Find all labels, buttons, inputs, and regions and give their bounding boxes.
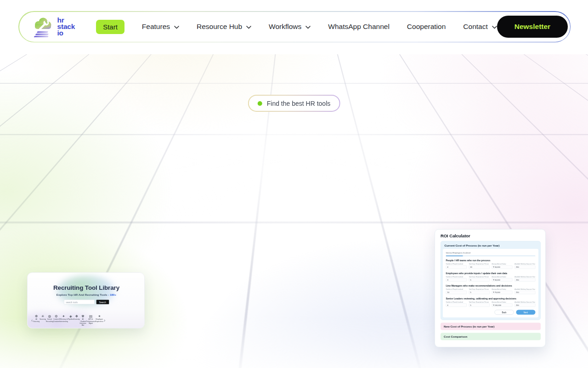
roi-field: Average Annual Salary ₹ 50,000 — [492, 276, 512, 282]
chevron-down-icon — [174, 26, 179, 29]
category-icon: ⚙ — [55, 314, 58, 318]
roi-tab-internal-employees[interactable]: Internal Employees Involved — [446, 251, 536, 256]
chevron-down-icon — [305, 26, 311, 29]
chevron-down-icon — [492, 26, 497, 29]
category-item[interactable]: ✶ Employee Experience — [96, 314, 104, 322]
chevron-down-icon — [246, 26, 251, 29]
newsletter-button[interactable]: Newsletter — [497, 16, 568, 38]
roi-field-label: Total Days Required per Person — [469, 263, 489, 265]
roi-card-title: ROI Calculator — [441, 233, 541, 238]
roi-field-input[interactable]: 5 — [469, 291, 489, 294]
nav-link[interactable]: Workflows — [269, 23, 311, 31]
roi-field: Total Days Required per Person 5 — [469, 288, 489, 294]
nav-link-label: Resource Hub — [197, 23, 242, 31]
roi-field-label: Total Days Required per Person — [469, 301, 489, 303]
start-button[interactable]: Start — [96, 20, 124, 34]
nav-link-label: Workflows — [269, 23, 301, 31]
roi-section: Line Managers who make recommendations a… — [446, 284, 536, 294]
roi-field-label: Average Annual Salary — [492, 263, 512, 265]
category-item[interactable]: ✻ AI Sourcing — [33, 314, 40, 322]
roi-field-label: Number of People Involved — [446, 301, 467, 303]
recruiting-card-title: Recruiting Tool Library — [28, 284, 145, 292]
roi-new-cost-header: New Cost of Process (to run per Year) — [441, 323, 541, 330]
hero-badge-label: Find the best HR tools — [267, 100, 331, 107]
category-item[interactable]: ◍ Social Recruiting — [46, 314, 53, 322]
roi-field-input[interactable]: 5 — [469, 278, 489, 282]
category-icon: ☀ — [41, 314, 45, 318]
category-label: AI Sourcing — [33, 318, 40, 322]
tool-search-button[interactable]: Search — [96, 300, 109, 305]
nav-link[interactable]: Contact — [463, 23, 497, 31]
roi-field-input[interactable]: 4 — [446, 304, 467, 307]
category-item[interactable]: ◈ Pipeline — [68, 314, 74, 320]
roi-field: Number of People Involved 4 — [446, 263, 467, 269]
recruiting-tool-library-card[interactable]: Recruiting Tool Library Explore Top HR A… — [27, 272, 145, 328]
tool-search-input[interactable] — [64, 300, 95, 305]
roi-field-input[interactable]: ₹ 100,000 — [492, 304, 512, 307]
nav-link-label: Contact — [463, 23, 487, 31]
category-label: Pipeline — [68, 318, 74, 320]
roi-field-input[interactable]: ₹ 50,000 — [492, 278, 512, 282]
category-icon: ◍ — [48, 314, 51, 318]
category-label: AI Chatbot Interview Bot — [80, 318, 86, 326]
category-label: ATS & Performance Mgmt — [86, 318, 96, 324]
navbar: hr stack io Start Features Resource Hub — [18, 11, 571, 42]
nav-link-label: Cooperation — [407, 23, 446, 31]
roi-field-input[interactable]: ₹ 70,000 — [492, 291, 512, 294]
roi-back-button[interactable]: Back — [495, 310, 514, 315]
roi-field: Average Annual Salary ₹ 50,000 — [492, 263, 512, 269]
category-item[interactable]: ☀ Sourcing — [40, 314, 46, 320]
category-label: Content Creation — [53, 318, 59, 322]
roi-field: Number of People Involved 4 — [446, 301, 467, 307]
roi-field-input[interactable]: 250 — [514, 265, 535, 269]
roi-current-cost-section: Current Cost of Process (to run per Year… — [441, 241, 541, 320]
roi-section-title: People / HR teams who run the process — [446, 259, 536, 262]
category-icon: ❖ — [75, 314, 78, 318]
roi-field-input[interactable]: ₹ 50,000 — [492, 265, 512, 269]
roi-field-label: Average Annual Salary — [492, 288, 512, 290]
roi-field-input[interactable]: 20 — [469, 265, 489, 269]
category-item[interactable]: ✦ Efficiency & Interviewing — [59, 314, 68, 322]
nav-link-label: WhatsApp Channel — [328, 23, 390, 31]
roi-field-input[interactable]: 4 — [446, 265, 467, 269]
category-icon: ◈ — [69, 314, 72, 318]
category-item[interactable]: ▤ ATS & Performance Mgmt — [86, 314, 96, 324]
roi-field: Available Working Days per Year 250 — [514, 288, 535, 294]
roi-field-input[interactable]: 10 — [446, 291, 467, 294]
category-item[interactable]: ⚙ Content Creation — [53, 314, 59, 322]
category-item[interactable]: ❖ Diversity — [74, 314, 79, 320]
category-item[interactable]: ✾ AI Chatbot Interview Bot — [80, 314, 86, 326]
hero-badge: Find the best HR tools — [248, 95, 340, 112]
roi-field: Number of People Involved 10 — [446, 288, 467, 294]
roi-field-label: Available Working Days per Year — [514, 263, 535, 265]
roi-next-button[interactable]: Next — [516, 310, 536, 315]
roi-calculator-card[interactable]: ROI Calculator Current Cost of Process (… — [435, 229, 546, 347]
nav-link[interactable]: Features — [142, 23, 179, 31]
category-label: Social Recruiting — [46, 318, 53, 322]
category-icon: ▤ — [89, 314, 92, 318]
roi-field-label: Available Working Days per Year — [514, 276, 535, 278]
roi-field-input[interactable]: 250 — [514, 278, 535, 282]
category-icon: ✾ — [81, 314, 84, 318]
roi-field-label: Average Annual Salary — [492, 276, 512, 278]
category-icon: ✦ — [62, 314, 65, 318]
roi-field-input[interactable]: 250 — [514, 291, 535, 294]
carousel-next-icon[interactable]: › — [103, 318, 106, 322]
roi-field-input[interactable]: 3 — [446, 278, 467, 282]
logo[interactable]: hr stack io — [32, 16, 75, 37]
roi-field: Total Days Required per Person 5 — [469, 276, 489, 282]
category-label: Sourcing — [40, 318, 46, 320]
recruiting-card-subtitle: Explore Top HR And Recruiting Tools - 18… — [28, 293, 145, 296]
roi-section: People / HR teams who run the process Nu… — [446, 259, 536, 269]
nav-link[interactable]: Cooperation — [407, 23, 446, 31]
logo-cloud-wrench-icon — [32, 16, 53, 37]
roi-field: Number of People Involved 3 — [446, 276, 467, 282]
roi-field: Average Annual Salary ₹ 100,000 — [492, 301, 512, 307]
roi-field-input[interactable]: 250 — [514, 304, 535, 307]
roi-field-label: Available Working Days per Year — [514, 288, 535, 290]
roi-progress-track — [446, 256, 536, 257]
roi-field-input[interactable]: 5 — [469, 304, 489, 307]
nav-link[interactable]: WhatsApp Channel — [328, 23, 390, 31]
nav-link[interactable]: Resource Hub — [197, 23, 251, 31]
roi-section-title: Line Managers who make recommendations a… — [446, 284, 536, 287]
